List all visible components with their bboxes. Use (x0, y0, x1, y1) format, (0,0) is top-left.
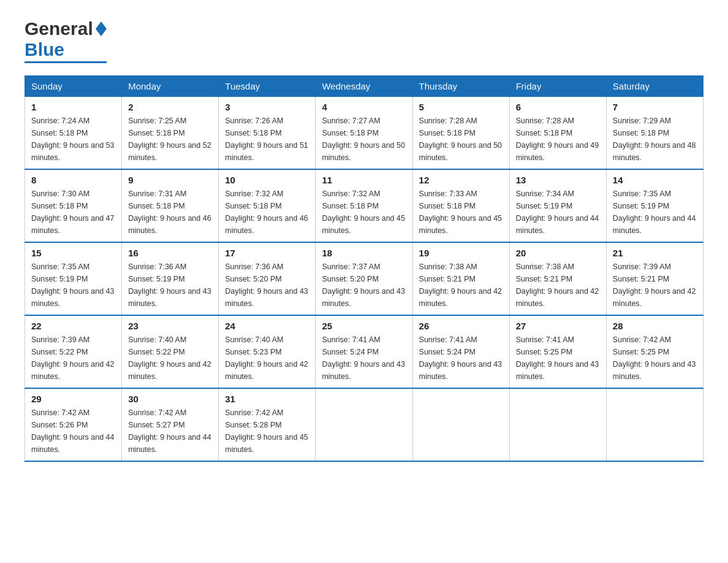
calendar-day-cell: 23 Sunrise: 7:40 AM Sunset: 5:22 PM Dayl… (122, 315, 219, 388)
day-number: 17 (225, 248, 309, 258)
calendar-day-cell: 4 Sunrise: 7:27 AM Sunset: 5:18 PM Dayli… (316, 97, 412, 170)
day-info: Sunrise: 7:42 AM Sunset: 5:25 PM Dayligh… (613, 334, 697, 383)
calendar-header-row: SundayMondayTuesdayWednesdayThursdayFrid… (25, 76, 703, 97)
calendar-day-cell: 19 Sunrise: 7:38 AM Sunset: 5:21 PM Dayl… (412, 242, 509, 315)
calendar-day-cell (316, 388, 412, 461)
day-number: 26 (419, 321, 503, 331)
calendar-day-cell: 30 Sunrise: 7:42 AM Sunset: 5:27 PM Dayl… (122, 388, 219, 461)
day-number: 21 (613, 248, 697, 258)
calendar-day-cell: 12 Sunrise: 7:33 AM Sunset: 5:18 PM Dayl… (412, 169, 509, 242)
calendar-day-cell: 10 Sunrise: 7:32 AM Sunset: 5:18 PM Dayl… (219, 169, 316, 242)
day-number: 28 (613, 321, 697, 331)
col-header-friday: Friday (509, 76, 606, 97)
calendar-day-cell: 3 Sunrise: 7:26 AM Sunset: 5:18 PM Dayli… (219, 97, 316, 170)
day-number: 27 (516, 321, 600, 331)
calendar-day-cell: 7 Sunrise: 7:29 AM Sunset: 5:18 PM Dayli… (606, 97, 703, 170)
day-number: 5 (419, 102, 503, 112)
day-info: Sunrise: 7:25 AM Sunset: 5:18 PM Dayligh… (128, 115, 212, 164)
day-number: 16 (128, 248, 212, 258)
calendar-day-cell (509, 388, 606, 461)
day-number: 22 (31, 321, 115, 331)
calendar-day-cell: 11 Sunrise: 7:32 AM Sunset: 5:18 PM Dayl… (316, 169, 412, 242)
col-header-wednesday: Wednesday (316, 76, 412, 97)
logo-blue-text: Blue (25, 39, 64, 60)
calendar-day-cell: 2 Sunrise: 7:25 AM Sunset: 5:18 PM Dayli… (122, 97, 219, 170)
day-info: Sunrise: 7:26 AM Sunset: 5:18 PM Dayligh… (225, 115, 309, 164)
day-info: Sunrise: 7:35 AM Sunset: 5:19 PM Dayligh… (31, 261, 115, 310)
calendar-day-cell (606, 388, 703, 461)
calendar-week-row: 8 Sunrise: 7:30 AM Sunset: 5:18 PM Dayli… (25, 169, 703, 242)
day-info: Sunrise: 7:41 AM Sunset: 5:24 PM Dayligh… (419, 334, 503, 383)
day-number: 29 (31, 394, 115, 404)
calendar-day-cell: 9 Sunrise: 7:31 AM Sunset: 5:18 PM Dayli… (122, 169, 219, 242)
calendar-week-row: 1 Sunrise: 7:24 AM Sunset: 5:18 PM Dayli… (25, 97, 703, 170)
calendar-day-cell (412, 388, 509, 461)
calendar-day-cell: 28 Sunrise: 7:42 AM Sunset: 5:25 PM Dayl… (606, 315, 703, 388)
day-info: Sunrise: 7:39 AM Sunset: 5:21 PM Dayligh… (613, 261, 697, 310)
day-number: 15 (31, 248, 115, 258)
calendar-week-row: 15 Sunrise: 7:35 AM Sunset: 5:19 PM Dayl… (25, 242, 703, 315)
calendar-day-cell: 14 Sunrise: 7:35 AM Sunset: 5:19 PM Dayl… (606, 169, 703, 242)
calendar-day-cell: 13 Sunrise: 7:34 AM Sunset: 5:19 PM Dayl… (509, 169, 606, 242)
day-info: Sunrise: 7:38 AM Sunset: 5:21 PM Dayligh… (516, 261, 600, 310)
calendar-day-cell: 25 Sunrise: 7:41 AM Sunset: 5:24 PM Dayl… (316, 315, 412, 388)
day-number: 31 (225, 394, 309, 404)
day-number: 30 (128, 394, 212, 404)
day-number: 13 (516, 175, 600, 185)
day-info: Sunrise: 7:41 AM Sunset: 5:24 PM Dayligh… (322, 334, 406, 383)
logo: General Blue (25, 18, 107, 63)
day-number: 24 (225, 321, 309, 331)
day-number: 18 (322, 248, 406, 258)
col-header-saturday: Saturday (606, 76, 703, 97)
day-info: Sunrise: 7:32 AM Sunset: 5:18 PM Dayligh… (225, 188, 309, 237)
calendar-day-cell: 1 Sunrise: 7:24 AM Sunset: 5:18 PM Dayli… (25, 97, 122, 170)
calendar-day-cell: 5 Sunrise: 7:28 AM Sunset: 5:18 PM Dayli… (412, 97, 509, 170)
day-number: 8 (31, 175, 115, 185)
calendar-day-cell: 17 Sunrise: 7:36 AM Sunset: 5:20 PM Dayl… (219, 242, 316, 315)
day-info: Sunrise: 7:34 AM Sunset: 5:19 PM Dayligh… (516, 188, 600, 237)
day-info: Sunrise: 7:27 AM Sunset: 5:18 PM Dayligh… (322, 115, 406, 164)
calendar-day-cell: 26 Sunrise: 7:41 AM Sunset: 5:24 PM Dayl… (412, 315, 509, 388)
day-number: 12 (419, 175, 503, 185)
calendar-day-cell: 21 Sunrise: 7:39 AM Sunset: 5:21 PM Dayl… (606, 242, 703, 315)
day-number: 1 (31, 102, 115, 112)
day-number: 11 (322, 175, 406, 185)
col-header-tuesday: Tuesday (219, 76, 316, 97)
day-info: Sunrise: 7:38 AM Sunset: 5:21 PM Dayligh… (419, 261, 503, 310)
day-info: Sunrise: 7:33 AM Sunset: 5:18 PM Dayligh… (419, 188, 503, 237)
calendar-day-cell: 31 Sunrise: 7:42 AM Sunset: 5:28 PM Dayl… (219, 388, 316, 461)
col-header-monday: Monday (122, 76, 219, 97)
day-info: Sunrise: 7:24 AM Sunset: 5:18 PM Dayligh… (31, 115, 115, 164)
day-info: Sunrise: 7:36 AM Sunset: 5:20 PM Dayligh… (225, 261, 309, 310)
day-info: Sunrise: 7:32 AM Sunset: 5:18 PM Dayligh… (322, 188, 406, 237)
logo-general-text: General (25, 18, 93, 39)
day-info: Sunrise: 7:41 AM Sunset: 5:25 PM Dayligh… (516, 334, 600, 383)
day-info: Sunrise: 7:28 AM Sunset: 5:18 PM Dayligh… (419, 115, 503, 164)
calendar-day-cell: 15 Sunrise: 7:35 AM Sunset: 5:19 PM Dayl… (25, 242, 122, 315)
day-info: Sunrise: 7:29 AM Sunset: 5:18 PM Dayligh… (613, 115, 697, 164)
day-number: 6 (516, 102, 600, 112)
day-number: 19 (419, 248, 503, 258)
calendar-day-cell: 6 Sunrise: 7:28 AM Sunset: 5:18 PM Dayli… (509, 97, 606, 170)
day-number: 10 (225, 175, 309, 185)
calendar-day-cell: 29 Sunrise: 7:42 AM Sunset: 5:26 PM Dayl… (25, 388, 122, 461)
col-header-thursday: Thursday (412, 76, 509, 97)
page-header: General Blue (25, 18, 703, 63)
day-info: Sunrise: 7:39 AM Sunset: 5:22 PM Dayligh… (31, 334, 115, 383)
day-number: 25 (322, 321, 406, 331)
calendar-day-cell: 18 Sunrise: 7:37 AM Sunset: 5:20 PM Dayl… (316, 242, 412, 315)
day-number: 3 (225, 102, 309, 112)
day-info: Sunrise: 7:42 AM Sunset: 5:26 PM Dayligh… (31, 407, 115, 456)
calendar-day-cell: 8 Sunrise: 7:30 AM Sunset: 5:18 PM Dayli… (25, 169, 122, 242)
day-number: 9 (128, 175, 212, 185)
day-info: Sunrise: 7:42 AM Sunset: 5:28 PM Dayligh… (225, 407, 309, 456)
day-info: Sunrise: 7:42 AM Sunset: 5:27 PM Dayligh… (128, 407, 212, 456)
day-number: 14 (613, 175, 697, 185)
day-info: Sunrise: 7:40 AM Sunset: 5:22 PM Dayligh… (128, 334, 212, 383)
day-info: Sunrise: 7:37 AM Sunset: 5:20 PM Dayligh… (322, 261, 406, 310)
day-info: Sunrise: 7:31 AM Sunset: 5:18 PM Dayligh… (128, 188, 212, 237)
col-header-sunday: Sunday (25, 76, 122, 97)
calendar-day-cell: 24 Sunrise: 7:40 AM Sunset: 5:23 PM Dayl… (219, 315, 316, 388)
calendar-day-cell: 22 Sunrise: 7:39 AM Sunset: 5:22 PM Dayl… (25, 315, 122, 388)
day-info: Sunrise: 7:30 AM Sunset: 5:18 PM Dayligh… (31, 188, 115, 237)
